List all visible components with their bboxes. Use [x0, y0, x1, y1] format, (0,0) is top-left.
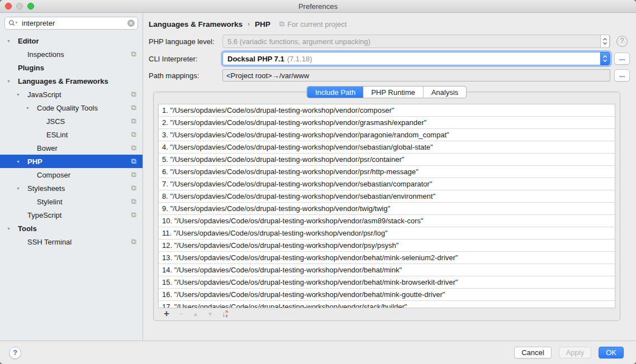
include-path-row[interactable]: 14. "/Users/opdavies/Code/os/drupal-test…: [159, 264, 615, 276]
sidebar-item-label: JavaScript: [27, 90, 61, 99]
sidebar-item-typescript[interactable]: TypeScript⧉: [0, 208, 143, 222]
remove-path-button[interactable]: −: [175, 308, 187, 319]
per-project-settings-icon: ⧉: [131, 210, 136, 219]
project-scope-label: For current project: [287, 20, 347, 28]
tab-php-runtime[interactable]: PHP Runtime: [363, 87, 423, 98]
breadcrumb: Languages & Frameworks › PHP ⧉ For curre…: [149, 18, 636, 30]
expand-arrow-icon[interactable]: ▼: [16, 160, 27, 164]
per-project-settings-icon: ⧉: [131, 50, 136, 59]
path-mappings-field[interactable]: <Project root>→/var/www: [222, 69, 610, 82]
sidebar-item-label: JSCS: [46, 117, 65, 126]
dialog-footer: ? Cancel Apply OK: [0, 341, 636, 364]
sidebar-item-stylesheets[interactable]: ▼Stylesheets⧉: [0, 181, 143, 195]
tab-analysis[interactable]: Analysis: [423, 87, 466, 98]
include-path-row[interactable]: 10. "/Users/opdavies/Code/os/drupal-test…: [159, 215, 615, 227]
search-icon[interactable]: [8, 20, 18, 28]
cli-interpreter-label: CLI Interpreter:: [149, 55, 222, 63]
include-path-row[interactable]: 7. "/Users/opdavies/Code/os/drupal-testi…: [159, 178, 615, 190]
sidebar-item-javascript[interactable]: ▼JavaScript⧉: [0, 88, 143, 101]
include-path-row[interactable]: 2. "/Users/opdavies/Code/os/drupal-testi…: [159, 117, 615, 129]
sidebar-item-jscs[interactable]: JSCS⧉: [0, 114, 143, 128]
titlebar: Preferences: [0, 0, 636, 13]
sidebar-item-editor[interactable]: ▼Editor: [0, 34, 143, 47]
close-window-button[interactable]: [5, 3, 12, 9]
search-input[interactable]: [4, 17, 138, 30]
sidebar-item-stylelint[interactable]: Stylelint⧉: [0, 195, 143, 208]
sidebar-item-tools[interactable]: ▼Tools: [0, 222, 143, 235]
language-level-value: 5.6 (variadic functions, argument unpack…: [227, 37, 371, 46]
per-project-settings-icon: ⧉: [131, 103, 136, 112]
include-path-row[interactable]: 8. "/Users/opdavies/Code/os/drupal-testi…: [159, 190, 615, 203]
sidebar-item-ssh-terminal[interactable]: SSH Terminal⧉: [0, 235, 143, 248]
zoom-window-button[interactable]: [27, 3, 34, 9]
window-title: Preferences: [298, 2, 338, 11]
move-up-button[interactable]: ▲: [189, 308, 202, 319]
include-path-panel: Include PathPHP RuntimeAnalysis 1. "/Use…: [153, 92, 620, 321]
help-button[interactable]: ?: [9, 347, 21, 359]
cli-interpreter-value: Docksal PHP 7.1: [227, 55, 284, 63]
add-path-button[interactable]: +: [160, 308, 173, 319]
include-path-row[interactable]: 6. "/Users/opdavies/Code/os/drupal-testi…: [159, 166, 615, 178]
cli-interpreter-browse-button[interactable]: ...: [614, 52, 630, 65]
sidebar-item-label: TypeScript: [27, 211, 61, 219]
sidebar-item-label: ESLint: [46, 131, 68, 139]
stepper-icon[interactable]: [600, 35, 610, 48]
sort-alphabetically-icon[interactable]: ↓ a z: [222, 309, 228, 318]
sidebar-item-label: Tools: [18, 224, 37, 233]
expand-arrow-icon[interactable]: ▼: [7, 39, 18, 43]
per-project-settings-icon: ⧉: [279, 20, 284, 28]
include-path-row[interactable]: 9. "/Users/opdavies/Code/os/drupal-testi…: [159, 203, 615, 215]
include-path-row[interactable]: 13. "/Users/opdavies/Code/os/drupal-test…: [159, 252, 615, 264]
sidebar-item-label: PHP: [27, 157, 42, 166]
cli-interpreter-select[interactable]: Docksal PHP 7.1 (7.1.18): [222, 52, 610, 65]
sidebar-item-label: Stylelint: [37, 198, 63, 206]
include-path-row[interactable]: 12. "/Users/opdavies/Code/os/drupal-test…: [159, 240, 615, 252]
traffic-lights: [5, 3, 34, 9]
cancel-button[interactable]: Cancel: [514, 347, 551, 358]
sidebar-tree: ▼EditorInspections⧉Plugins▼Languages & F…: [0, 34, 143, 248]
include-path-row[interactable]: 15. "/Users/opdavies/Code/os/drupal-test…: [159, 276, 615, 289]
per-project-settings-icon: ⧉: [131, 197, 136, 206]
sidebar-item-plugins[interactable]: Plugins: [0, 61, 143, 74]
ok-button[interactable]: OK: [599, 347, 624, 358]
include-path-row[interactable]: 3. "/Users/opdavies/Code/os/drupal-testi…: [159, 129, 615, 141]
include-path-row[interactable]: 16. "/Users/opdavies/Code/os/drupal-test…: [159, 289, 615, 301]
per-project-settings-icon: ⧉: [131, 170, 136, 179]
breadcrumb-languages-frameworks[interactable]: Languages & Frameworks: [149, 20, 243, 28]
expand-arrow-icon[interactable]: ▼: [26, 106, 37, 110]
tab-bar: Include PathPHP RuntimeAnalysis: [307, 86, 467, 98]
expand-arrow-icon[interactable]: ▼: [16, 93, 27, 97]
clear-search-icon[interactable]: ✕: [127, 20, 135, 27]
settings-sidebar: ✕ ▼EditorInspections⧉Plugins▼Languages &…: [0, 13, 143, 341]
apply-button[interactable]: Apply: [559, 347, 592, 358]
sidebar-item-composer[interactable]: Composer⧉: [0, 168, 143, 181]
sidebar-item-code-quality-tools[interactable]: ▼Code Quality Tools⧉: [0, 101, 143, 114]
sidebar-item-inspections[interactable]: Inspections⧉: [0, 47, 143, 61]
expand-arrow-icon[interactable]: ▼: [16, 186, 27, 190]
include-path-row[interactable]: 1. "/Users/opdavies/Code/os/drupal-testi…: [159, 104, 615, 117]
minimize-window-button[interactable]: [16, 3, 23, 9]
language-level-select[interactable]: 5.6 (variadic functions, argument unpack…: [222, 35, 610, 48]
sidebar-item-label: Editor: [18, 37, 39, 45]
include-path-row[interactable]: 11. "/Users/opdavies/Code/os/drupal-test…: [159, 227, 615, 240]
include-path-row[interactable]: 5. "/Users/opdavies/Code/os/drupal-testi…: [159, 154, 615, 166]
sidebar-item-languages-frameworks[interactable]: ▼Languages & Frameworks: [0, 74, 143, 88]
include-path-row[interactable]: 4. "/Users/opdavies/Code/os/drupal-testi…: [159, 141, 615, 154]
path-mappings-browse-button[interactable]: ...: [614, 69, 630, 82]
expand-arrow-icon[interactable]: ▼: [7, 79, 18, 83]
language-level-help-icon[interactable]: ?: [616, 36, 628, 47]
sidebar-item-label: Code Quality Tools: [37, 104, 98, 112]
language-level-label: PHP language level:: [149, 37, 222, 46]
sidebar-item-php[interactable]: ▼PHP⧉: [0, 155, 143, 168]
per-project-settings-icon: ⧉: [131, 143, 136, 152]
stepper-icon[interactable]: [600, 52, 610, 65]
move-down-button[interactable]: ▼: [204, 308, 216, 319]
sidebar-item-eslint[interactable]: ESLint⧉: [0, 128, 143, 141]
expand-arrow-icon[interactable]: ▼: [7, 227, 18, 231]
sidebar-item-bower[interactable]: Bower⧉: [0, 141, 143, 155]
search-box: ✕: [4, 17, 138, 30]
per-project-settings-icon: ⧉: [131, 117, 136, 126]
tab-include-path[interactable]: Include Path: [307, 87, 363, 98]
cli-interpreter-version: (7.1.18): [287, 55, 312, 63]
per-project-settings-icon: ⧉: [131, 157, 136, 166]
